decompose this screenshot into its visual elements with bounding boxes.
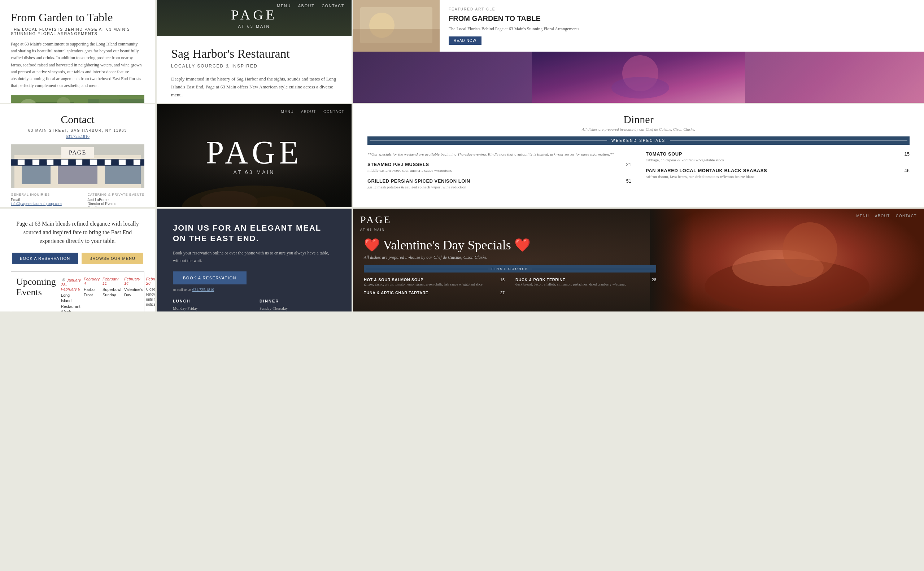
svg-rect-39 xyxy=(134,159,140,165)
catering-events: CATERING & PRIVATE EVENTS Jaci LaBorne D… xyxy=(87,193,144,207)
menu-item-seabass: Pan Seared Local Montauk Black Seabass 4… xyxy=(646,168,910,179)
svg-point-7 xyxy=(99,95,119,103)
svg-point-49 xyxy=(782,222,838,277)
footer-desc: Book your reservation online or over the… xyxy=(173,249,335,264)
contact-phone[interactable]: 631.725.1810 xyxy=(11,134,144,139)
featured-top-content: Featured Article FROM GARDEN TO TABLE Th… xyxy=(440,0,924,52)
svg-rect-34 xyxy=(97,159,104,165)
footer-phone-link[interactable]: 631.725.1810 xyxy=(192,287,214,292)
featured-label: Featured Article xyxy=(449,7,915,11)
cell9-nav: MENU ABOUT CONTACT xyxy=(856,214,917,218)
cell5-logo: PAGE AT 63 MAIN xyxy=(206,136,302,175)
dinner-hours: Dinner Sunday-Thursday5 to 9:00 p.m. xyxy=(259,299,335,312)
heart-right-icon: ❤️ xyxy=(514,238,531,252)
cell1-body: Page at 63 Main's commitment to supporti… xyxy=(11,41,144,89)
event-item-val: February 14 Valentine's Day xyxy=(124,277,143,312)
featured-image xyxy=(353,0,440,52)
item-price-steamed: 21 xyxy=(626,162,631,167)
events-label: UpcomingEvents xyxy=(16,277,56,312)
nav-contact[interactable]: CONTACT xyxy=(322,4,344,8)
cell9-nav-about[interactable]: ABOUT xyxy=(875,214,890,218)
weekend-specials-bar: Weekend Specials xyxy=(367,136,910,145)
cell2-logo: PAGE AT 63 MAIN xyxy=(231,7,277,29)
dinner-menu-cell: Dinner All dishes are prepared in-house … xyxy=(353,104,924,207)
garden-to-table-cell: From Garden to Table The Local Florists … xyxy=(0,0,155,103)
valentines-food-image xyxy=(650,208,924,312)
svg-rect-23 xyxy=(18,159,25,165)
events-box: UpcomingEvents ❄January 28-February 6 Lo… xyxy=(11,272,144,312)
svg-rect-25 xyxy=(32,159,39,165)
svg-rect-36 xyxy=(112,159,119,165)
svg-rect-30 xyxy=(69,159,75,165)
val-item-salmon: Hot & Sour Salmon Soup 15 ginger, garlic… xyxy=(364,278,504,287)
browse-menu-button[interactable]: Browse Our Menu xyxy=(82,253,143,264)
book-reservation-cell: Page at 63 Main blends refined elegance … xyxy=(0,208,155,312)
cell9-nav-menu[interactable]: MENU xyxy=(856,214,869,218)
cell1-title: From Garden to Table xyxy=(11,11,144,24)
cell5-nav-menu[interactable]: MENU xyxy=(281,110,294,114)
cell1-subtitle: The Local Florists Behind Page at 63 Mai… xyxy=(11,27,144,36)
cell9-nav-contact[interactable]: CONTACT xyxy=(896,214,917,218)
cell2-tagline: Locally Sourced & Inspired xyxy=(171,63,337,69)
featured-bottom xyxy=(353,52,924,103)
val-item-tuna: Tuna & Artic Char Tartare 27 xyxy=(364,290,504,295)
svg-rect-27 xyxy=(47,159,53,165)
cell2-headline: Sag Harbor's Restaurant xyxy=(171,47,337,61)
item-price-venison: 51 xyxy=(626,178,631,184)
svg-rect-22 xyxy=(11,159,17,165)
cell5-nav: MENU ABOUT CONTACT xyxy=(281,110,345,114)
event-item-harbor: February 4 Harbor Frost xyxy=(84,277,100,312)
event-item-superbowl: February 11 Superbowl Sunday xyxy=(102,277,121,312)
featured-desc: The Local Florists Behind Page at 63 Mai… xyxy=(449,26,915,32)
item-name-steamed: Steamed P.E.I Mussels xyxy=(367,162,429,167)
svg-rect-28 xyxy=(54,159,61,165)
valentines-menu-grid: Hot & Sour Salmon Soup 15 ginger, garlic… xyxy=(364,278,656,295)
footer-headline: Join us for an elegant meal on the East … xyxy=(173,223,335,244)
or-call-text: or call us at 631.725.1810 xyxy=(173,287,335,292)
general-email-link[interactable]: info@pagerestaurantgroup.com xyxy=(11,202,62,206)
item-desc-steamed: middle eastern sweet-sour turmeric sauce… xyxy=(367,168,631,173)
featured-articles-cell: Featured Article FROM GARDEN TO TABLE Th… xyxy=(353,0,924,103)
first-course-bar: First Course xyxy=(364,265,656,273)
menu-grid: **Our specials for the weekend are avail… xyxy=(367,151,910,195)
nav-menu[interactable]: MENU xyxy=(277,4,290,8)
item-desc-seabass: saffron risotto, fava beans, sun dried t… xyxy=(646,174,910,179)
featured-bottom-image xyxy=(353,52,924,103)
menu-right-col: Tomato Soup 15 cabbage, chickpeas & kohl… xyxy=(646,151,910,195)
chef-line: All dishes are prepared in-house by our … xyxy=(367,127,910,131)
val-item-duck: Duck & Pork Terrine 28 duck breast, baco… xyxy=(515,278,656,287)
featured-top: Featured Article FROM GARDEN TO TABLE Th… xyxy=(353,0,924,52)
valentines-title: ❤️ Valentine's Day Specials ❤️ xyxy=(364,238,656,253)
svg-rect-35 xyxy=(105,159,111,165)
cell2-nav: MENU ABOUT CONTACT xyxy=(277,4,344,8)
nav-about[interactable]: ABOUT xyxy=(298,4,315,8)
cell5-nav-about[interactable]: ABOUT xyxy=(301,110,316,114)
book-reservation-button[interactable]: Book a Reservation xyxy=(12,253,78,264)
svg-rect-38 xyxy=(126,159,133,165)
event-item-lirw: ❄January 28-February 6 Long Island Resta… xyxy=(61,277,81,312)
cell2-para1: Deeply immersed in the history of Sag Ha… xyxy=(171,75,337,99)
dark-hero-cell: MENU ABOUT CONTACT PAGE AT 63 MAIN xyxy=(157,104,352,207)
cell2-content: Sag Harbor's Restaurant Locally Sourced … xyxy=(157,36,352,103)
svg-rect-32 xyxy=(83,159,89,165)
svg-rect-31 xyxy=(76,159,82,165)
read-more-button[interactable]: READ NOW xyxy=(449,37,481,45)
cell1-image xyxy=(11,95,144,103)
contact-info: GENERAL INQUIRIES Email info@pagerestaur… xyxy=(11,193,144,207)
item-desc-venison: garlic mash potatoes & sautéed spinach w… xyxy=(367,184,631,190)
svg-rect-24 xyxy=(25,159,32,165)
val-chef-line: All dishes are prepared in-house by our … xyxy=(364,255,656,260)
svg-rect-37 xyxy=(119,159,126,165)
contact-title: Contact xyxy=(11,113,144,126)
menu-item-steamed: Steamed P.E.I Mussels 21 middle eastern … xyxy=(367,162,631,173)
cell7-tagline: Page at 63 Main blends refined elegance … xyxy=(11,219,144,245)
heart-left-icon: ❤️ xyxy=(364,238,380,252)
svg-rect-40 xyxy=(141,159,144,165)
main-restaurant-cell: MENU ABOUT CONTACT PAGE AT 63 MAIN Sag H… xyxy=(157,0,352,103)
footer-book-button[interactable]: Book a Reservation xyxy=(173,272,247,284)
footer-cell: Join us for an elegant meal on the East … xyxy=(157,208,352,312)
valentines-content: ❤️ Valentine's Day Specials ❤️ All dishe… xyxy=(353,208,667,302)
cell9-logo: PAGE AT 63 MAIN xyxy=(360,214,392,232)
general-inquiries: GENERAL INQUIRIES Email info@pagerestaur… xyxy=(11,193,62,207)
cell5-nav-contact[interactable]: CONTACT xyxy=(323,110,344,114)
